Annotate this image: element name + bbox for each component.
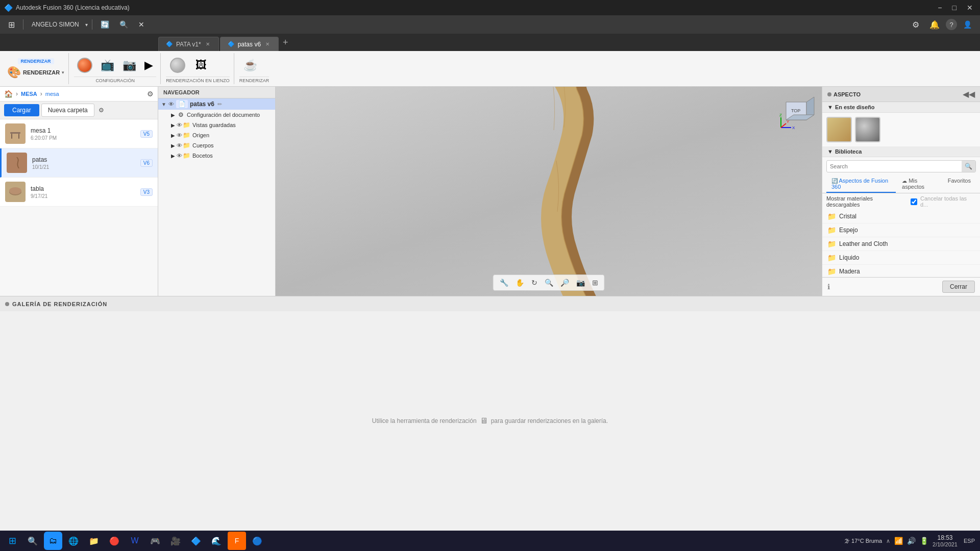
cancelar-todas-link[interactable]: Cancelar todas las d... [920, 195, 976, 208]
account-icon[interactable]: 👤 [959, 18, 976, 31]
nav-expand-origen[interactable]: ▶ [169, 133, 177, 138]
nav-item-origen[interactable]: ▶ 👁 📁 Origen [158, 130, 275, 140]
lib-tab-mis-aspectos[interactable]: ☁ Mis aspectos [897, 176, 942, 193]
search-input[interactable] [827, 161, 962, 171]
vp-grid-btn[interactable]: ⊞ [589, 277, 601, 289]
vp-zoom-in-btn[interactable]: 🔍 [542, 277, 556, 289]
refresh-icon[interactable]: 🔄 [96, 18, 113, 31]
taskbar-app-chrome[interactable]: 🌐 [64, 532, 83, 550]
taskbar-app-folder[interactable]: 📁 [85, 532, 103, 550]
category-liquido[interactable]: 📁 Líquido [822, 251, 980, 265]
panel-toggle-btn[interactable]: ◀◀ [963, 89, 975, 99]
close-button[interactable]: ✕ [964, 3, 976, 13]
nueva-carpeta-button[interactable]: Nueva carpeta [41, 104, 94, 117]
nav-doc-edit[interactable]: ✏ [217, 101, 222, 108]
taskbar-app-acrobat[interactable]: 🔴 [105, 532, 124, 550]
breadcrumb-mesa-cap[interactable]: MESA [21, 91, 37, 97]
battery-icon[interactable]: 🔋 [920, 537, 928, 545]
viewcube[interactable]: TOP X Z Y [776, 92, 817, 133]
sound-icon[interactable]: 🔊 [907, 537, 916, 545]
render-arrow-btn[interactable]: ▶ [141, 58, 156, 73]
nav-expand-config[interactable]: ▶ [169, 112, 177, 118]
tab-patas[interactable]: 🔷 patas v6 ✕ [220, 37, 279, 51]
search-menu-icon[interactable]: 🔍 [115, 18, 132, 31]
nav-eye-cuerpos[interactable]: 👁 [177, 142, 182, 148]
help-icon[interactable]: ? [946, 19, 957, 30]
info-icon[interactable]: ℹ [827, 283, 830, 291]
sidebar-config-icon[interactable]: ⚙ [96, 105, 106, 116]
user-name[interactable]: ANGELO SIMON [28, 19, 83, 30]
file-item-patas[interactable]: patas 10/1/21 V6 [0, 148, 158, 178]
lang-indicator[interactable]: ESP [962, 538, 977, 544]
vp-select-btn[interactable]: 🔧 [497, 277, 511, 289]
nav-eye-bocetos[interactable]: 👁 [177, 153, 182, 159]
file-item-tabla[interactable]: tabla 9/17/21 V3 [0, 178, 158, 207]
material-thumb-wood[interactable] [826, 117, 852, 142]
version-badge-tabla[interactable]: V3 [140, 188, 153, 196]
version-badge-patas[interactable]: V6 [140, 159, 153, 167]
taskbar-app-misc1[interactable]: 🔷 [187, 532, 205, 550]
vp-camera-btn[interactable]: 📷 [573, 277, 588, 289]
tab-add-button[interactable]: + [280, 37, 291, 48]
tab-patas-close[interactable]: ✕ [264, 41, 271, 47]
home-icon[interactable]: 🏠 [4, 90, 13, 98]
system-tray-arrow[interactable]: ∧ [886, 538, 890, 544]
category-cristal[interactable]: 📁 Cristal [822, 210, 980, 223]
cargar-button[interactable]: Cargar [4, 104, 39, 116]
nav-eye-root[interactable]: 👁 [168, 101, 174, 107]
mostrar-materiales-checkbox[interactable] [911, 198, 917, 205]
category-leather[interactable]: 📁 Leather and Cloth [822, 237, 980, 251]
taskbar-app-zoom[interactable]: 🎥 [166, 532, 185, 550]
nav-item-vistas[interactable]: ▶ 👁 📁 Vistas guardadas [158, 120, 275, 130]
grid-menu-icon[interactable]: ⊞ [4, 18, 19, 32]
nav-eye-vistas[interactable]: 👁 [177, 122, 182, 128]
render-final-btn[interactable]: ☕ [239, 58, 261, 73]
lib-tab-favoritos[interactable]: Favoritos [943, 176, 976, 193]
category-madera[interactable]: 📁 Madera [822, 265, 980, 277]
nav-expand-bocetos[interactable]: ▶ [169, 153, 177, 159]
taskbar-app-steam[interactable]: 🎮 [146, 532, 164, 550]
tab-pata[interactable]: 🔷 PATA v1* ✕ [158, 37, 219, 51]
nav-eye-origen[interactable]: 👁 [177, 132, 182, 138]
nav-expand-root[interactable]: ▼ [161, 102, 166, 107]
nav-expand-vistas[interactable]: ▶ [169, 122, 177, 128]
nav-item-config[interactable]: ▶ ⚙ Configuración del documento [158, 110, 275, 120]
render-sphere-btn[interactable] [74, 57, 95, 74]
taskbar-search-icon[interactable]: 🔍 [23, 532, 42, 550]
nav-item-bocetos[interactable]: ▶ 👁 📁 Bocetos [158, 151, 275, 161]
version-badge-mesa1[interactable]: V5 [140, 130, 153, 138]
settings-menu-icon[interactable]: ⚙ [908, 18, 923, 32]
render-view-btn[interactable]: 📷 [119, 58, 139, 73]
taskbar-app-word[interactable]: W [126, 532, 144, 550]
lienzo-render-btn[interactable]: 🖼 [191, 58, 211, 73]
taskbar-app-explorer[interactable]: 🗂 [44, 532, 62, 550]
en-este-diseno-header[interactable]: ▼ En este diseño [822, 102, 980, 113]
material-thumb-metal[interactable] [855, 117, 880, 142]
lib-tab-fusion[interactable]: 🔄 Aspectos de Fusion 360 [826, 176, 896, 193]
taskbar-time[interactable]: 18:53 2/10/2021 [933, 534, 958, 547]
vp-pan-btn[interactable]: ✋ [512, 277, 527, 289]
start-button[interactable]: ⊞ [3, 532, 21, 550]
minimize-button[interactable]: − [935, 3, 945, 13]
biblioteca-header[interactable]: ▼ Biblioteca [822, 146, 980, 157]
maximize-button[interactable]: □ [949, 3, 960, 13]
wifi-icon[interactable]: 📶 [894, 537, 903, 545]
user-dropdown-icon[interactable]: ▾ [85, 22, 88, 28]
category-espejo[interactable]: 📁 Espejo [822, 223, 980, 237]
render-settings-btn[interactable]: 📺 [97, 58, 117, 73]
renderizar-button-group[interactable]: 🎨 RENDERIZAR ▾ [7, 66, 64, 79]
taskbar-app-edge[interactable]: 🌊 [207, 532, 226, 550]
nav-item-cuerpos[interactable]: ▶ 👁 📁 Cuerpos [158, 140, 275, 151]
cerrar-button[interactable]: Cerrar [942, 281, 975, 293]
lienzo-sphere-btn[interactable] [166, 57, 189, 74]
nav-expand-cuerpos[interactable]: ▶ [169, 143, 177, 148]
vp-orbit-btn[interactable]: ↻ [528, 277, 541, 289]
search-button[interactable]: 🔍 [962, 161, 975, 172]
tab-pata-close[interactable]: ✕ [204, 41, 211, 47]
taskbar-app-misc2[interactable]: 🔵 [248, 532, 266, 550]
viewport[interactable]: TOP X Z Y 🔧 ✋ ↻ 🔍 🔎 📷 ⊞ [276, 87, 822, 296]
renderizar-main-btn[interactable]: RENDERIZAR 🎨 RENDERIZAR ▾ [3, 53, 69, 84]
nav-active-doc[interactable]: ▼ 👁 📄 patas v6 ✏ [158, 98, 275, 110]
notification-icon[interactable]: 🔔 [925, 18, 944, 32]
taskbar-app-fusion[interactable]: F [228, 532, 246, 550]
